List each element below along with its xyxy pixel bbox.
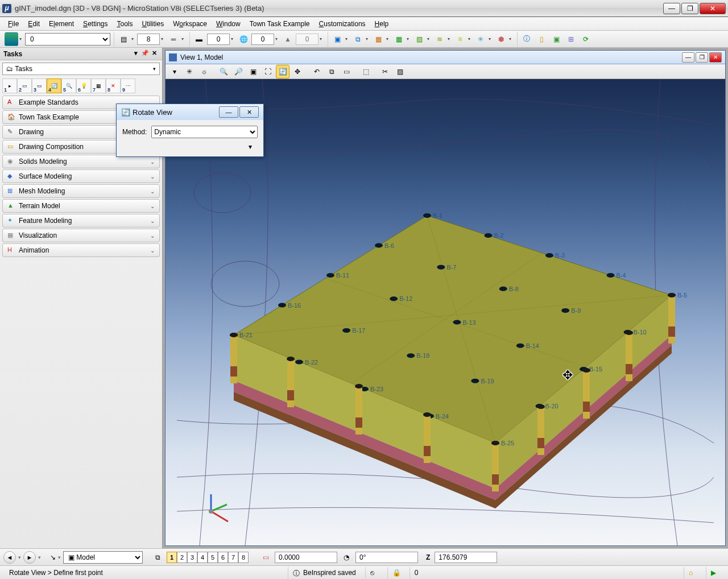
angle-icon[interactable]: ◔ (340, 551, 353, 564)
view-brightness-button[interactable]: ☼ (197, 65, 211, 78)
models-button[interactable]: ▣ (330, 32, 344, 46)
tasks-pin-icon[interactable]: 📌 (140, 49, 150, 59)
menu-utilities[interactable]: Utilities (138, 18, 169, 30)
task-category-terrain-model[interactable]: ▲Terrain Model⌄ (2, 199, 160, 213)
dialog-close-button[interactable]: ✕ (239, 106, 259, 118)
cells-button[interactable]: ▦ (392, 32, 406, 46)
globe-button[interactable]: 🌐 (237, 32, 250, 46)
menu-customizations[interactable]: Customizations (315, 18, 370, 30)
view-button-3[interactable]: 3 (187, 552, 197, 563)
copy-view-button[interactable]: ▭ (340, 65, 353, 78)
task-category-surface-modeling[interactable]: ◆Surface Modeling⌄ (2, 169, 160, 183)
view-next-button[interactable]: ⧉ (325, 65, 338, 78)
references-button[interactable]: ⧉ (351, 32, 365, 46)
task-category-feature-modeling[interactable]: ✦Feature Modeling⌄ (2, 214, 160, 228)
menu-help[interactable]: Help (370, 18, 394, 30)
dialog-titlebar[interactable]: 🔄 Rotate View — ✕ (117, 104, 263, 120)
zoom-out-button[interactable]: 🔎 (231, 65, 245, 78)
task-icon-1[interactable]: ▸1 (2, 78, 17, 93)
running-icon[interactable]: ▶ (711, 569, 719, 577)
task-category-animation[interactable]: HAnimation⌄ (2, 243, 160, 257)
secondary-dropdown[interactable]: ▾ (249, 143, 252, 151)
fit-view-button[interactable]: ⛶ (261, 65, 275, 78)
clip-mask-button[interactable]: ▨ (393, 65, 407, 78)
view-button-5[interactable]: 5 (208, 552, 218, 563)
task-icon-9[interactable]: ⋯9 (121, 78, 135, 93)
home-icon[interactable]: ⌂ (689, 569, 697, 577)
color-picker-button[interactable] (5, 32, 18, 46)
nav-back-button[interactable]: ◄ (3, 551, 16, 564)
task-icon-3[interactable]: ▭3 (32, 78, 47, 93)
method-select[interactable]: Dynamic (151, 126, 258, 138)
key-in-button[interactable]: ⬢ (494, 32, 508, 46)
point-cloud-button[interactable]: ≋ (433, 32, 446, 46)
view-button-8[interactable]: 8 (238, 552, 249, 563)
count4[interactable] (296, 34, 318, 45)
task-icon-4[interactable]: 🔄4 (47, 78, 61, 93)
menu-element[interactable]: Element (44, 18, 78, 30)
task-icon-6[interactable]: 💡6 (76, 78, 91, 93)
nav-fwd-button[interactable]: ► (23, 551, 36, 564)
zoom-in-button[interactable]: 🔍 (217, 65, 230, 78)
rotate-view-button[interactable]: 🔄 (276, 65, 289, 78)
view-minimize-button[interactable]: — (682, 52, 694, 63)
z-field[interactable]: 176.5079 (435, 552, 497, 563)
view-display-button[interactable]: ✳ (183, 65, 196, 78)
model-select[interactable]: ▣ Model (63, 551, 143, 564)
info-button[interactable]: ⓘ (520, 32, 533, 46)
task-icon-7[interactable]: ▦7 (91, 78, 106, 93)
task-category-mesh-modeling[interactable]: ⊞Mesh Modeling⌄ (2, 184, 160, 198)
count3[interactable] (251, 34, 274, 45)
markup-button[interactable]: ▣ (549, 32, 563, 46)
dialog-minimize-button[interactable]: — (219, 106, 238, 118)
saved-views-button[interactable]: ≡ (453, 32, 467, 46)
view-perspective-button[interactable]: ⬚ (359, 65, 373, 78)
view-button-4[interactable]: 4 (197, 552, 208, 563)
maximize-button[interactable]: ❐ (681, 3, 698, 14)
lineweight-value[interactable] (137, 34, 160, 45)
menu-edit[interactable]: Edit (23, 18, 44, 30)
publish-button[interactable]: ⊞ (564, 32, 578, 46)
linestyle2-button[interactable]: ═ (167, 32, 180, 46)
view-button-7[interactable]: 7 (228, 552, 238, 563)
clip-volume-button[interactable]: ✂ (378, 65, 392, 78)
coord-x-field[interactable]: 0.0000 (275, 552, 337, 563)
explorer-button[interactable]: ▯ (535, 32, 548, 46)
task-icon-8[interactable]: ✕8 (106, 78, 121, 93)
menu-tools[interactable]: Tools (112, 18, 137, 30)
menu-file[interactable]: File (3, 18, 23, 30)
raster-button[interactable]: ▨ (412, 32, 426, 46)
tasks-menu-icon[interactable]: ▾ (131, 49, 140, 59)
window-area-button[interactable]: ▣ (246, 65, 260, 78)
minimize-button[interactable]: — (663, 3, 680, 14)
view-attributes-button[interactable]: ▾ (168, 65, 181, 78)
menu-settings[interactable]: Settings (78, 18, 112, 30)
lock-icon[interactable]: 🔒 (392, 569, 400, 577)
refresh-button[interactable]: ⟳ (579, 32, 593, 46)
menu-town-task[interactable]: Town Task Example (245, 18, 315, 30)
level-manager-button[interactable]: ▦ (371, 32, 385, 46)
count2[interactable] (207, 34, 230, 45)
view-button-6[interactable]: 6 (218, 552, 228, 563)
view-close-button[interactable]: ✕ (709, 52, 722, 63)
close-button[interactable]: ✕ (700, 3, 726, 14)
level-select[interactable]: 0 (25, 33, 110, 46)
menu-workspace[interactable]: Workspace (168, 18, 212, 30)
element-class-button[interactable]: ▬ (192, 32, 206, 46)
linestyle-button[interactable]: ▤ (117, 32, 130, 46)
task-icon-2[interactable]: ▭2 (17, 78, 32, 93)
accudraw-button[interactable]: ✳ (474, 32, 487, 46)
coord-readout-icon[interactable]: ▭ (259, 551, 272, 564)
pan-view-button[interactable]: ✥ (291, 65, 304, 78)
view-groups-button[interactable]: ⧉ (151, 551, 164, 564)
tasks-combo[interactable]: 🗂 Tasks ▾ (2, 63, 160, 75)
accusnap-icon[interactable]: ↘ (50, 553, 56, 561)
view-button-1[interactable]: 1 (167, 552, 177, 563)
snap-icon[interactable]: ⎋ (370, 569, 378, 577)
template-button[interactable]: ▲ (281, 32, 295, 46)
view-prev-button[interactable]: ↶ (310, 65, 324, 78)
menu-window[interactable]: Window (212, 18, 245, 30)
task-category-visualization[interactable]: ▦Visualization⌄ (2, 229, 160, 242)
view-button-2[interactable]: 2 (177, 552, 187, 563)
view-maximize-button[interactable]: ❐ (696, 52, 708, 63)
